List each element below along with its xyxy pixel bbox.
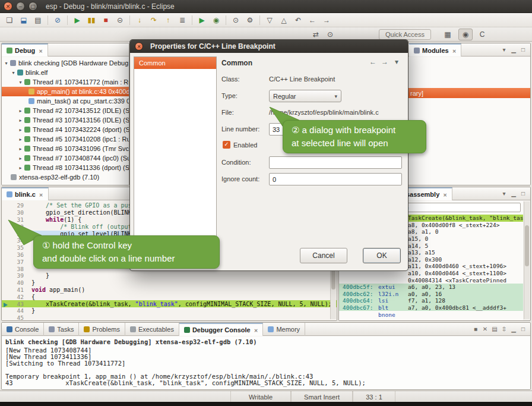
code-line[interactable]: 40 }	[2, 279, 337, 287]
previous-annotation-icon[interactable]: △	[277, 14, 290, 26]
back-icon[interactable]: ←	[368, 56, 378, 67]
close-icon[interactable]	[38, 191, 43, 198]
code-line[interactable]: 44 }	[2, 307, 337, 314]
dialog-close-button[interactable]: ✕	[135, 42, 143, 51]
forward-icon[interactable]: →	[379, 56, 390, 67]
disconnect-icon[interactable]: ⊝	[113, 14, 126, 26]
cancel-button[interactable]: Cancel	[300, 248, 347, 263]
window-minimize-button[interactable]: –	[16, 2, 25, 11]
line-number[interactable]: 30	[2, 209, 28, 216]
debug-icon[interactable]: ◉	[210, 14, 223, 26]
expander-icon[interactable]	[17, 165, 24, 171]
clear-console-icon[interactable]: ▤	[490, 325, 499, 334]
minimize-icon[interactable]: ▁	[509, 325, 518, 334]
code-line[interactable]: 45	[2, 314, 337, 321]
disassembly-line-selected[interactable]: 400dbc64: lsi f7, a1, 128	[339, 297, 523, 304]
step-over-icon[interactable]: ↷	[147, 14, 160, 26]
instruction-stepping-icon[interactable]: ≣	[176, 14, 189, 26]
window-maximize-button[interactable]: ▢	[28, 2, 37, 11]
line-number[interactable]: 44	[2, 307, 28, 314]
tab-console[interactable]: Console	[2, 323, 44, 336]
expander-icon[interactable]	[17, 118, 24, 123]
maximize-icon[interactable]: □	[518, 45, 528, 55]
disassembly-line[interactable]: 0x40084314 <xTaskCreatePinned	[339, 276, 523, 284]
tree-item-thread4[interactable]: Thread #4 1073432224 (dport) (Sus	[2, 125, 129, 134]
close-icon[interactable]	[253, 326, 258, 333]
tab-problems[interactable]: Problems	[79, 323, 125, 336]
maximize-icon[interactable]: □	[518, 325, 528, 334]
tab-debug[interactable]: Debug	[2, 43, 48, 56]
view-menu-icon[interactable]: ▾	[499, 189, 509, 199]
expander-icon[interactable]	[17, 156, 24, 161]
forward-icon[interactable]: →	[320, 14, 333, 26]
code-line[interactable]: 41 void app_main()	[2, 287, 337, 294]
step-return-icon[interactable]: ↑	[162, 14, 175, 26]
disassembly-line[interactable]: bnone	[339, 311, 523, 318]
skip-all-breakpoints-icon[interactable]: ⊘	[51, 14, 64, 26]
tree-item-launch[interactable]: blink checking [GDB Hardware Debug	[2, 58, 129, 68]
ok-button[interactable]: OK	[363, 248, 401, 263]
link-with-editor-icon[interactable]: ⇄	[309, 29, 322, 40]
new-wizard-icon[interactable]: ❏	[3, 14, 16, 26]
line-number[interactable]: 29	[2, 202, 28, 209]
terminate-icon[interactable]: ■	[99, 14, 112, 26]
tree-item-gdb[interactable]: xtensa-esp32-elf-gdb (7.10)	[2, 172, 129, 182]
disassembly-line-selected[interactable]: 400dbc5f: extui a6, a0, 23, 13	[339, 284, 523, 291]
remove-launch-icon[interactable]: ✕	[480, 325, 490, 334]
code-line[interactable]: 42 {	[2, 293, 337, 300]
tree-item-elf[interactable]: blink.elf	[2, 68, 129, 77]
tab-debugger-console[interactable]: Debugger Console	[179, 323, 264, 336]
next-annotation-icon[interactable]: ▽	[263, 14, 276, 26]
type-select[interactable]: Regular	[269, 90, 341, 102]
tree-item-thread6[interactable]: Thread #6 1073431096 (Tmr Svc) (S	[2, 144, 129, 153]
line-number[interactable]: 45	[2, 314, 28, 321]
tree-item-thread7[interactable]: Thread #7 1073408744 (ipc0) (Susp	[2, 153, 129, 163]
line-number[interactable]: 42	[2, 294, 28, 300]
window-close-button[interactable]: ✕	[4, 2, 12, 11]
minimize-icon[interactable]: ▁	[509, 189, 518, 199]
tree-item-thread8[interactable]: Thread #8 1073411336 (dport) (Sus	[2, 163, 129, 172]
code-line-current[interactable]: 43 xTaskCreate(&blink_task, "blink_task"…	[2, 300, 337, 307]
expander-icon[interactable]	[10, 70, 17, 75]
disassembly-scrollbar[interactable]	[524, 202, 530, 319]
close-icon[interactable]	[442, 191, 447, 198]
scrollbar-thumb[interactable]	[525, 225, 529, 266]
line-number[interactable]: 37	[2, 259, 28, 265]
tree-item-frame-main-task[interactable]: main_task() at cpu_start.c:339 0x4	[2, 96, 129, 106]
condition-input[interactable]	[269, 156, 402, 169]
scroll-lock-icon[interactable]: ⇳	[499, 325, 509, 334]
print-icon[interactable]: ▤	[31, 14, 45, 26]
sidebar-item-common[interactable]: Common	[134, 57, 216, 69]
step-into-icon[interactable]: ↓	[133, 14, 146, 26]
tree-item-thread5[interactable]: Thread #5 1073410208 (ipc1 : Runni	[2, 134, 129, 144]
resume-icon[interactable]: ▶	[71, 14, 84, 26]
view-menu-icon[interactable]: ▾	[391, 56, 402, 67]
tab-blink-c[interactable]: blink.c	[2, 187, 49, 200]
expander-icon[interactable]	[3, 61, 10, 66]
tree-item-thread2[interactable]: Thread #2 1073413512 (IDLE) (Susp	[2, 106, 129, 115]
minimize-icon[interactable]: ▁	[509, 45, 518, 55]
maximize-icon[interactable]: □	[518, 189, 528, 199]
line-number[interactable]: 39	[2, 272, 28, 279]
tab-modules[interactable]: Modules	[409, 43, 461, 56]
run-icon[interactable]: ▶	[195, 14, 208, 26]
disassembly-line-selected[interactable]: 400dbc62: l32i.n a0, a0, 16	[339, 291, 523, 298]
disassembly-line-selected[interactable]: 400dbc67: blt a7, a0, 0x400dbc81 <__addd…	[339, 304, 523, 311]
quick-access-button[interactable]: Quick Access	[379, 29, 431, 40]
tab-executables[interactable]: Executables	[125, 323, 179, 336]
line-number[interactable]: 36	[2, 251, 28, 258]
terminate-icon[interactable]: ■	[471, 325, 480, 334]
search-icon[interactable]: ⊙	[229, 14, 242, 26]
save-icon[interactable]: ⬓	[17, 14, 30, 26]
line-number[interactable]: 38	[2, 266, 28, 272]
open-perspective-icon[interactable]: ▦	[441, 29, 455, 40]
tab-tasks[interactable]: Tasks	[44, 323, 79, 336]
cpp-perspective-icon[interactable]: C	[475, 29, 489, 40]
enabled-checkbox[interactable]: ✓	[223, 141, 230, 149]
expander-icon[interactable]	[17, 80, 24, 85]
ignore-count-input[interactable]	[269, 173, 402, 185]
close-icon[interactable]	[451, 47, 457, 54]
expander-icon[interactable]	[17, 108, 24, 114]
code-line[interactable]: 39 }	[2, 272, 337, 279]
back-icon[interactable]: ←	[306, 14, 319, 26]
